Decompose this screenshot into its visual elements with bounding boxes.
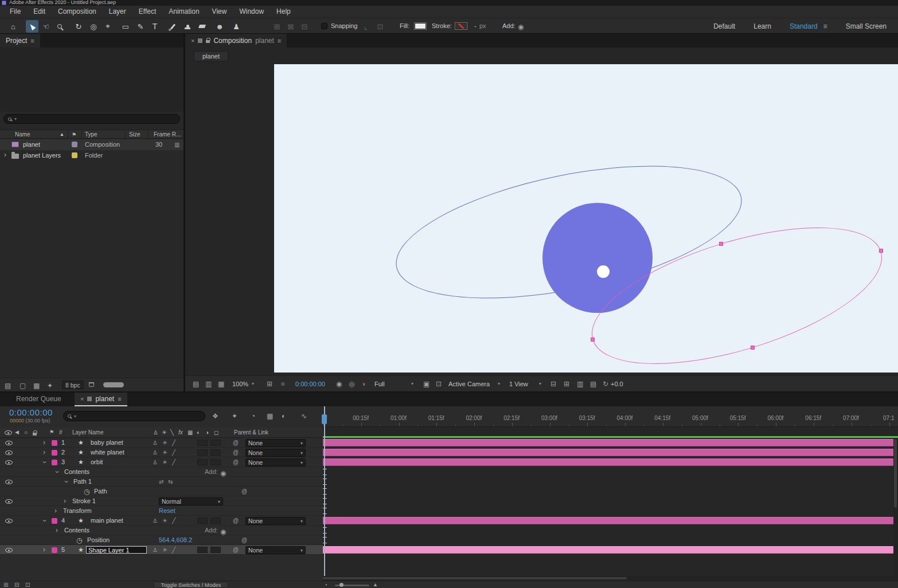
add-property-label[interactable]: Add: bbox=[205, 526, 218, 535]
show-snapshot-icon[interactable]: ◎ bbox=[349, 381, 354, 387]
snapping-label[interactable]: Snapping bbox=[331, 21, 358, 31]
graph-editor-icon[interactable]: ∿ bbox=[301, 413, 307, 420]
column-type[interactable]: Type bbox=[85, 130, 97, 139]
snap-grid-icon[interactable]: ⊡ bbox=[374, 20, 386, 33]
close-icon[interactable]: × bbox=[80, 395, 84, 402]
switch-cell[interactable] bbox=[210, 518, 221, 524]
path-vertex-handle[interactable] bbox=[719, 242, 723, 246]
snapping-checkbox[interactable] bbox=[321, 23, 327, 29]
roto-brush-tool-icon[interactable]: ☻ bbox=[213, 20, 226, 33]
shy-switch-icon[interactable]: ♙ bbox=[153, 448, 158, 457]
parent-pickwhip-icon[interactable]: @ bbox=[233, 438, 239, 448]
adjustment-switch-icon[interactable]: ◑ bbox=[205, 427, 209, 438]
quality-switch-icon[interactable]: ╲ bbox=[170, 427, 174, 438]
layer-name[interactable]: baby planet bbox=[91, 438, 123, 448]
white-planet-circle[interactable] bbox=[597, 265, 610, 278]
pixel-aspect-icon[interactable]: ⊞ bbox=[564, 381, 569, 387]
audio-column-icon[interactable]: ◀ bbox=[15, 427, 19, 438]
visibility-eye-icon[interactable] bbox=[5, 450, 13, 455]
expand-chevron-icon[interactable]: › bbox=[2, 150, 8, 160]
project-tab[interactable]: Project ≡ bbox=[0, 34, 40, 48]
render-queue-tab[interactable]: Render Queue bbox=[16, 394, 61, 404]
reset-link[interactable]: Reset bbox=[159, 506, 175, 516]
scrollbar-thumb[interactable] bbox=[894, 439, 897, 508]
rotation-tool-icon[interactable]: ↻ bbox=[72, 20, 85, 33]
parent-dropdown[interactable]: None ▾ bbox=[245, 458, 306, 467]
timeline-comp-tab[interactable]: × planet ≡ bbox=[75, 393, 127, 406]
stroke-width-value[interactable]: - bbox=[474, 21, 477, 31]
column-framerate[interactable]: Frame R... bbox=[154, 130, 181, 139]
path-vertex-handle[interactable] bbox=[591, 338, 595, 342]
switch-cell[interactable] bbox=[197, 449, 208, 456]
current-time-indicator-line[interactable] bbox=[324, 406, 325, 576]
motion-blur-icon[interactable]: ◐ bbox=[282, 413, 286, 420]
layer-name-edit-input[interactable]: Shape Layer 1 bbox=[86, 546, 147, 554]
collapse-switch-icon[interactable]: ☀ bbox=[162, 448, 167, 457]
path-merge-icon[interactable]: ⇆ bbox=[168, 477, 173, 487]
delete-icon[interactable] bbox=[89, 382, 94, 387]
camera-tool-icon[interactable]: ◎ bbox=[87, 20, 100, 33]
project-search-input[interactable]: ▾ bbox=[3, 114, 180, 124]
switch-cell[interactable] bbox=[210, 449, 221, 456]
layer-name[interactable]: white planet bbox=[91, 448, 124, 457]
project-item-row[interactable]: › planet Layers Folder bbox=[0, 150, 183, 161]
switch-cell[interactable] bbox=[210, 547, 221, 553]
shy-switch-icon[interactable]: ♙ bbox=[153, 516, 158, 526]
expand-chevron-icon[interactable]: › bbox=[53, 506, 58, 516]
camera-dropdown[interactable]: Active Camera bbox=[448, 376, 490, 392]
pen-tool-icon[interactable]: ✎ bbox=[134, 20, 147, 33]
timeline-current-time[interactable]: 0:00:00:00 bbox=[9, 407, 53, 417]
layer-duration-bar[interactable] bbox=[323, 458, 898, 466]
threed-switch-icon[interactable]: ◻ bbox=[214, 427, 218, 438]
home-icon[interactable]: ⌂ bbox=[7, 20, 19, 33]
expand-render-time-pane-icon[interactable]: ⊟ bbox=[14, 582, 19, 588]
video-column-eye-icon[interactable] bbox=[5, 430, 12, 435]
group-name[interactable]: Path 1 bbox=[73, 477, 92, 487]
collapse-switch-icon[interactable]: ☀ bbox=[162, 438, 167, 448]
property-row-left[interactable]: › Path 1 ⇄ ⇆ bbox=[0, 477, 323, 487]
workspace-menu-icon[interactable]: ≡ bbox=[823, 22, 827, 30]
expand-chevron-icon[interactable]: › bbox=[41, 448, 47, 457]
choose-grid-icon[interactable]: ⊞ bbox=[267, 381, 272, 387]
layer-name[interactable]: orbit bbox=[91, 457, 103, 467]
fast-previews-icon[interactable]: ▥ bbox=[577, 381, 583, 387]
expand-chevron-icon[interactable]: › bbox=[54, 526, 60, 535]
menu-item[interactable]: Animation bbox=[162, 6, 205, 18]
visibility-eye-icon[interactable] bbox=[5, 441, 13, 445]
lock-column-icon[interactable] bbox=[33, 433, 37, 436]
snap-corner-icon[interactable]: ⌞ bbox=[360, 20, 372, 33]
sort-ascending-icon[interactable]: ▲ bbox=[60, 130, 64, 139]
solo-column-icon[interactable]: ○ bbox=[24, 427, 28, 438]
path-vertex-handle[interactable] bbox=[879, 249, 883, 253]
property-row-left[interactable]: ◷ Path @ bbox=[0, 487, 323, 496]
label-color-chip[interactable] bbox=[52, 450, 57, 456]
panel-menu-icon[interactable]: ≡ bbox=[30, 37, 34, 44]
effects-switch-icon[interactable]: fx bbox=[178, 427, 183, 438]
fill-label[interactable]: Fill: bbox=[400, 21, 409, 31]
project-item-row[interactable]: planet Composition 30 ▥ bbox=[0, 139, 183, 150]
composition-canvas[interactable] bbox=[274, 64, 898, 373]
zoom-in-time-icon[interactable]: ▲ bbox=[373, 582, 378, 587]
switch-cell[interactable] bbox=[210, 459, 221, 465]
parent-pickwhip-icon[interactable]: @ bbox=[233, 516, 239, 526]
menu-item[interactable]: Effect bbox=[132, 6, 162, 18]
shy-switch-icon[interactable]: ♙ bbox=[153, 457, 158, 467]
live-update-icon[interactable]: ✦ bbox=[232, 413, 237, 420]
layer-row-left[interactable]: › 4 ★ main planet ♙ ☀ ╱ @ None ▾ bbox=[0, 516, 323, 526]
parent-link-column[interactable]: Parent & Link bbox=[234, 427, 268, 438]
layer-row-left[interactable]: › 3 ★ orbit ♙ ☀ ╱ @ None ▾ bbox=[0, 457, 323, 467]
quality-switch-icon[interactable]: ╱ bbox=[172, 438, 175, 448]
eraser-tool-icon[interactable] bbox=[196, 20, 208, 33]
property-name[interactable]: Path bbox=[94, 487, 107, 496]
property-name[interactable]: Position bbox=[87, 535, 110, 545]
property-row-left[interactable]: › Contents Add: ◉ bbox=[0, 526, 323, 535]
collapse-switch-icon[interactable]: ☀ bbox=[162, 516, 167, 526]
zoom-level-dropdown[interactable]: 100% bbox=[232, 376, 248, 392]
menu-item[interactable]: Window bbox=[233, 6, 270, 18]
project-bit-depth[interactable]: 8 bpc bbox=[62, 381, 84, 389]
visibility-eye-icon[interactable] bbox=[5, 460, 13, 465]
parent-pickwhip-icon[interactable]: @ bbox=[233, 448, 239, 457]
reset-exposure-icon[interactable]: ↻ bbox=[603, 381, 608, 387]
selection-tool-icon[interactable] bbox=[26, 20, 38, 33]
draft-3d-icon[interactable]: ◔ bbox=[251, 413, 255, 420]
